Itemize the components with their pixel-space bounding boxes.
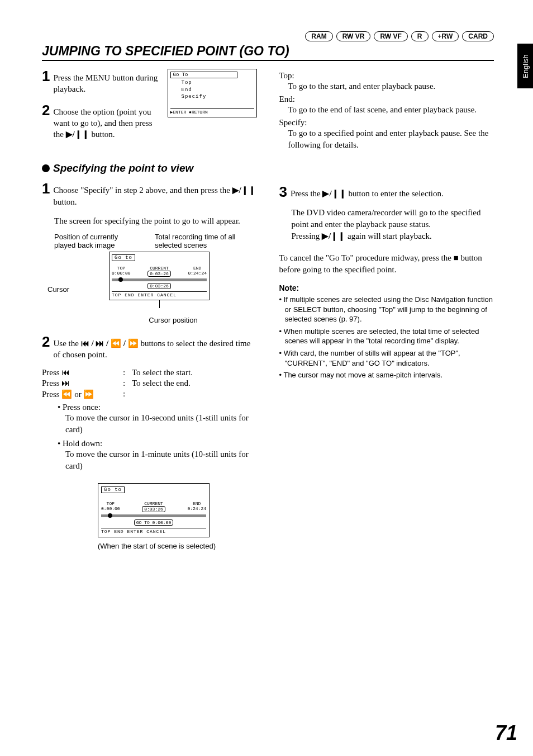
spec-step1-desc: The screen for specifying the point to g… (54, 215, 257, 227)
fig3-progress-bar (101, 514, 206, 517)
step3-desc2-a: Pressing (292, 231, 322, 240)
def-end-value: To go to the end of last scene, and ente… (288, 104, 494, 116)
nav-buttons-icon: ⏮ / ⏭ / ⏪ / ⏩ (81, 339, 139, 348)
fig1-bottom-left: ▶ENTER ●RETURN (170, 110, 208, 115)
def-end-key: End: (279, 94, 494, 104)
play-pause-icon: ▶/❙❙ (322, 189, 346, 198)
press-next-key: Press ⏭ (42, 379, 123, 388)
fig3-top-value: 0:00:00 (101, 506, 120, 511)
play-pause-icon: ▶/❙❙ (232, 186, 256, 195)
press-next-value: To select the end. (132, 379, 191, 388)
subheading-specifying: Specifying the point to view (53, 162, 193, 174)
fig3-top-label: TOP (107, 501, 115, 506)
note-item: With card, the number of stills will app… (285, 348, 494, 368)
fig3-current-value: 0:03:26 (142, 506, 165, 512)
spec-step-number-2: 2 (42, 334, 50, 349)
fig2-bottom-bar: TOP END ENTER CANCEL (112, 291, 207, 297)
fig1-item-specify: Specify (170, 93, 254, 101)
spec-step1-a: Choose "Specify" in step 2 above, and th… (53, 186, 232, 195)
fig2-cursor-value: 0:03:26 (147, 283, 171, 289)
badge-ram: RAM (305, 31, 332, 41)
play-pause-icon: ▶/❙❙ (66, 130, 89, 139)
step3-desc: The DVD video camera/recorder will go to… (292, 207, 494, 230)
label-cursor: Cursor (47, 285, 69, 294)
step3-text-a: Press the (291, 189, 323, 198)
fig2-current-label: CURRENT (150, 266, 169, 271)
badge-plusrw: +RW (432, 31, 459, 41)
badge-rwvf: RW VF (374, 31, 407, 41)
fig2-end-value: 0:24:24 (188, 271, 207, 276)
fig2-top-label: TOP (117, 266, 125, 271)
step-number-2: 2 (42, 103, 50, 117)
label-cursor-position: Cursor position (109, 316, 237, 324)
step3-desc2-b: again will start playback. (345, 231, 432, 240)
fig3-goto-value: GO TO 0:00:00 (134, 519, 173, 526)
step-number-3: 3 (279, 185, 287, 199)
fig3-caption: (When the start of scene is selected) (98, 542, 257, 550)
fig1-item-top: Top (170, 79, 254, 87)
figure-goto-start: Go to TOP0:00:00 CURRENT0:03:26 END0:24:… (98, 483, 210, 537)
sub-hold-down: • Hold down: (58, 439, 257, 448)
bullet-icon (42, 164, 50, 172)
media-badges: RAM RW VR RW VF R +RW CARD (42, 31, 494, 41)
step2-text-b: button. (89, 130, 115, 139)
step-number-1: 1 (42, 69, 50, 83)
badge-rwvr: RW VR (336, 31, 371, 41)
fig1-title: Go To (170, 72, 237, 78)
fig2-current-value: 0:03:26 (147, 271, 171, 277)
def-specify-key: Specify: (279, 118, 494, 127)
badge-r: R (411, 31, 429, 41)
def-specify-value: To go to a specified point and enter pla… (288, 127, 494, 151)
note-item: When multiple scenes are selected, the t… (285, 327, 494, 346)
press-prev-key: Press ⏮ (42, 368, 123, 377)
page-number: 71 (495, 721, 517, 745)
fig3-end-value: 0:24:24 (187, 506, 206, 511)
page-title: JUMPING TO SPECIFIED POINT (GO TO) (42, 44, 494, 61)
fig3-current-label: CURRENT (144, 501, 163, 506)
spec-step2-a: Use the (53, 339, 80, 348)
stop-icon: ■ (454, 253, 459, 262)
label-position: Position of currently played back image (54, 233, 138, 249)
note-heading: Note: (279, 284, 494, 292)
fig1-item-end: End (170, 87, 254, 94)
fig3-bottom-bar: TOP END ENTER CANCEL (101, 528, 206, 534)
sub-press-once: • Press once: (58, 403, 257, 412)
step3-text-b: button to enter the selection. (346, 189, 444, 198)
fig2-title: Go to (112, 254, 135, 261)
figure-goto-timeline: Go to TOP0:00:00 CURRENT0:03:26 END0:24:… (109, 252, 210, 300)
badge-card: CARD (462, 31, 494, 41)
def-top-key: Top: (279, 71, 494, 81)
spec-step-number-1: 1 (42, 181, 50, 196)
label-total-time: Total recording time of all selected sce… (155, 233, 244, 249)
fig3-end-label: END (193, 501, 201, 506)
step1-text: Press the MENU button during playback. (53, 69, 163, 95)
note-item: The cursor may not move at same-pitch in… (285, 370, 494, 380)
press-rw-ff-key: Press ⏪ or ⏩ (42, 389, 123, 399)
sub-hold-down-detail: To move the cursor in 1-minute units (10… (65, 448, 257, 472)
press-prev-value: To select the start. (132, 368, 193, 377)
figure-goto-menu: Go To Top End Specify ▶ENTER ●RETURN (168, 69, 257, 117)
spec-step1-b: button. (53, 197, 77, 206)
note-item: If multiple scenes are selected using th… (285, 295, 494, 324)
sub-press-once-detail: To move the cursor in 10-second units (1… (65, 412, 257, 436)
play-pause-icon: ▶/❙❙ (322, 231, 345, 240)
cancel-text-a: To cancel the "Go To" procedure midway, … (279, 253, 454, 262)
def-top-value: To go to the start, and enter playback p… (288, 81, 494, 92)
fig2-progress-bar (112, 278, 207, 281)
fig3-title: Go to (101, 486, 125, 493)
fig2-end-label: END (193, 266, 201, 271)
fig2-top-value: 0:00:00 (112, 271, 131, 276)
